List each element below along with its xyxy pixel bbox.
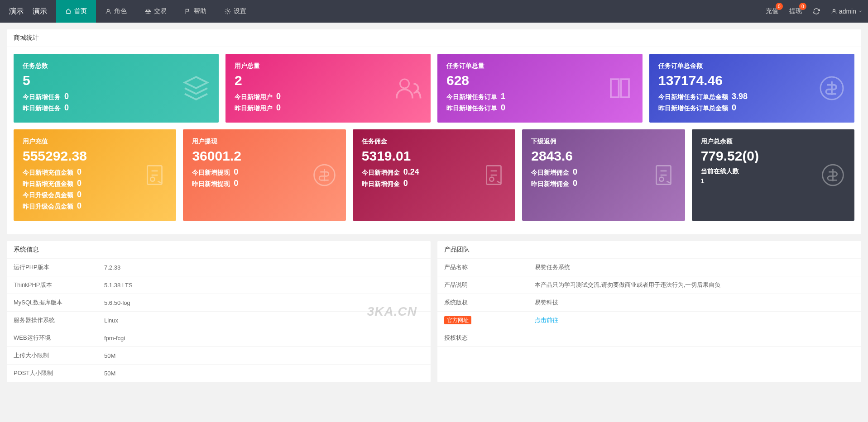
stat-card: 任务总数 5 今日新增任务 0 昨日新增任务 0: [14, 54, 219, 123]
svg-point-1: [227, 10, 229, 12]
card-bg-icon: [312, 163, 337, 188]
svg-point-6: [151, 177, 155, 181]
nav-item-user[interactable]: 角色: [96, 0, 136, 23]
table-row: ThinkPHP版本5.1.38 LTS: [7, 276, 431, 294]
table-row: POST大小限制50M: [7, 365, 431, 382]
svg-point-9: [490, 177, 494, 181]
table-row: 授权状态: [437, 329, 861, 347]
refresh-icon: [813, 8, 820, 15]
official-link[interactable]: 点击前往: [535, 317, 558, 323]
stat-card: 用户提现 36001.2 今日新增提现 0昨日新增提现 0: [183, 129, 345, 221]
stats-row-1: 任务总数 5 今日新增任务 0 昨日新增任务 0 用户总量 2 今日新增用户 0…: [14, 54, 854, 123]
sysinfo-table: 运行PHP版本7.2.33ThinkPHP版本5.1.38 LTSMySQL数据…: [7, 259, 431, 382]
stat-card: 用户充值 555292.38 今日新增充值金额 0昨日新增充值金额 0今日升级会…: [14, 129, 176, 221]
chevron-down-icon: [858, 9, 863, 14]
info-columns: 系统信息 运行PHP版本7.2.33ThinkPHP版本5.1.38 LTSMy…: [7, 241, 861, 389]
table-row: MySQL数据库版本5.6.50-log: [7, 294, 431, 312]
table-row: 服务器操作系统Linux: [7, 312, 431, 329]
top-header: 演示 演示 首页角色交易帮助设置 充值 0 提现 0 admin: [0, 0, 868, 23]
svg-point-2: [833, 9, 835, 11]
stats-panel-title: 商城统计: [7, 29, 861, 47]
card-bg-icon: [820, 163, 845, 188]
team-table: 产品名称易赞任务系统产品说明本产品只为学习测试交流,请勿要做商业或者用于违法行为…: [437, 259, 861, 347]
stat-card: 用户总量 2 今日新增用户 0 昨日新增用户 0: [225, 54, 431, 123]
card-bg-icon: [606, 75, 633, 102]
svg-point-11: [659, 177, 663, 181]
team-panel: 产品团队 产品名称易赞任务系统产品说明本产品只为学习测试交流,请勿要做商业或者用…: [437, 241, 861, 382]
stat-card: 用户总余额 779.52(0) 当前在线人数1: [692, 129, 854, 221]
stat-card: 任务订单总金额 137174.46 今日新增任务订单总金额 3.98 昨日新增任…: [649, 54, 854, 123]
logo-area: 演示 演示: [0, 0, 56, 23]
main-nav: 首页角色交易帮助设置: [56, 0, 255, 23]
user-menu[interactable]: admin: [825, 0, 868, 23]
stat-card: 下级返佣 2843.6 今日新增佣金 0昨日新增佣金 0: [522, 129, 685, 221]
team-title: 产品团队: [437, 241, 861, 259]
card-bg-icon: [394, 75, 422, 102]
logo-text-1: 演示: [9, 7, 24, 16]
scale-icon: [145, 8, 151, 14]
logo-text-2: 演示: [33, 7, 47, 16]
refresh-button[interactable]: [807, 0, 825, 23]
user-icon: [831, 8, 837, 14]
flag-icon: [185, 8, 191, 14]
nav-item-flag[interactable]: 帮助: [176, 0, 216, 23]
nav-item-scale[interactable]: 交易: [136, 0, 176, 23]
svg-point-3: [400, 79, 409, 88]
card-bg-icon: [651, 163, 676, 188]
card-bg-icon: [818, 75, 845, 102]
svg-point-0: [107, 9, 110, 11]
tag-badge: 官方网址: [444, 316, 471, 324]
stat-card: 任务订单总量 628 今日新增任务订单 1 昨日新增任务订单 0: [437, 54, 643, 123]
main-content: 商城统计 任务总数 5 今日新增任务 0 昨日新增任务 0 用户总量 2 今日新…: [0, 23, 868, 396]
table-row: 产品说明本产品只为学习测试交流,请勿要做商业或者用于违法行为,一切后果自负: [437, 276, 861, 294]
card-bg-icon: [182, 75, 210, 102]
nav-item-gear[interactable]: 设置: [216, 0, 255, 23]
gear-icon: [225, 8, 231, 14]
table-row: 上传大小限制50M: [7, 347, 431, 365]
stat-card: 任务佣金 5319.01 今日新增佣金 0.24昨日新增佣金 0: [353, 129, 515, 221]
header-right: 充值 0 提现 0 admin: [760, 0, 868, 23]
stats-panel: 商城统计 任务总数 5 今日新增任务 0 昨日新增任务 0 用户总量 2 今日新…: [7, 29, 861, 234]
table-row: 产品名称易赞任务系统: [437, 259, 861, 276]
recharge-badge: 0: [776, 3, 783, 10]
table-row: WEB运行环境fpm-fcgi: [7, 329, 431, 347]
sysinfo-title: 系统信息: [7, 241, 431, 259]
table-row: 运行PHP版本7.2.33: [7, 259, 431, 276]
withdraw-link[interactable]: 提现 0: [784, 0, 807, 23]
sysinfo-panel: 系统信息 运行PHP版本7.2.33ThinkPHP版本5.1.38 LTSMy…: [7, 241, 431, 382]
card-bg-icon: [481, 163, 506, 188]
card-bg-icon: [142, 163, 167, 188]
nav-item-home[interactable]: 首页: [56, 0, 96, 23]
recharge-link[interactable]: 充值 0: [760, 0, 784, 23]
table-row: 官方网址点击前往: [437, 312, 861, 329]
user-icon: [105, 8, 111, 14]
home-icon: [65, 8, 72, 14]
table-row: 系统版权易赞科技: [437, 294, 861, 312]
withdraw-badge: 0: [799, 3, 806, 10]
stats-row-2: 用户充值 555292.38 今日新增充值金额 0昨日新增充值金额 0今日升级会…: [14, 129, 854, 221]
